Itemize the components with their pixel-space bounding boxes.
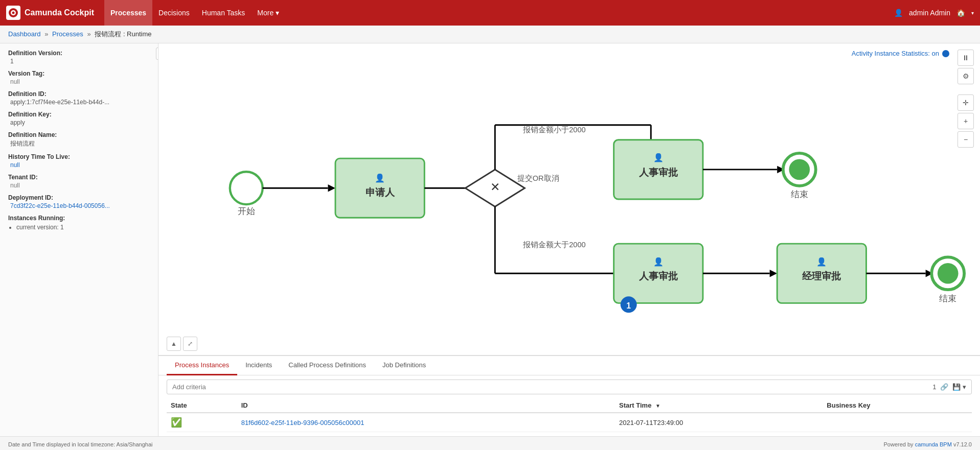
- table-header: State ID Start Time ▼ Business Key: [167, 398, 972, 413]
- instances-list-item: current version: 1: [16, 224, 150, 231]
- def-key-value: apply: [8, 119, 150, 126]
- row-state: ✅: [167, 413, 237, 432]
- svg-text:👤: 👤: [816, 257, 827, 267]
- sep1: »: [44, 30, 48, 38]
- activity-stats-bar: Activity Instance Statistics: on: [852, 50, 949, 57]
- svg-text:👤: 👤: [653, 153, 664, 162]
- user-icon: 👤: [894, 9, 903, 17]
- nav-more[interactable]: More ▾: [251, 0, 285, 26]
- breadcrumb-dashboard[interactable]: Dashboard: [8, 30, 41, 38]
- def-name-label: Definition Name:: [8, 131, 150, 138]
- deployment-id-value[interactable]: 7cd3f22c-e25e-11eb-b44d-005056...: [8, 202, 141, 209]
- instances-list: current version: 1: [8, 224, 150, 231]
- svg-text:1: 1: [626, 301, 631, 310]
- zoom-in-button[interactable]: +: [958, 113, 974, 129]
- sidebar: ◀ Definition Version: 1 Version Tag: nul…: [0, 43, 158, 436]
- sort-icon: ▼: [655, 403, 660, 409]
- settings-button[interactable]: ⚙: [958, 68, 974, 84]
- diagram-area: Activity Instance Statistics: on ⏸ ⚙ ✛ +…: [158, 43, 980, 356]
- tab-called-process-definitions[interactable]: Called Process Definitions: [280, 356, 374, 375]
- brand-icon: [6, 6, 20, 20]
- svg-text:结束: 结束: [791, 189, 808, 199]
- history-time-value[interactable]: null: [8, 161, 150, 169]
- search-input[interactable]: [172, 383, 932, 391]
- svg-marker-6: [328, 184, 335, 192]
- footer-camunda-link[interactable]: camunda BPM: [915, 441, 952, 447]
- instances-running-label: Instances Running:: [8, 215, 150, 222]
- def-name-value: 报销流程: [8, 139, 150, 148]
- stats-circle-icon: [942, 50, 949, 57]
- breadcrumb-current: 报销流程 : Runtime: [95, 30, 151, 38]
- download-icon[interactable]: 💾 ▾: [952, 383, 966, 391]
- footer-version: v7.12.0: [953, 441, 972, 447]
- content-area: Activity Instance Statistics: on ⏸ ⚙ ✛ +…: [158, 43, 980, 436]
- sidebar-version-tag: Version Tag: null: [8, 70, 150, 85]
- svg-point-3: [230, 172, 263, 204]
- zoom-out-button[interactable]: −: [958, 131, 974, 148]
- search-count: 1: [932, 383, 936, 391]
- diagram-controls-right: ⏸ ⚙ ✛ + −: [958, 50, 974, 148]
- sep2: »: [87, 30, 90, 38]
- table-row: ✅ 81f6d602-e25f-11eb-9396-005056c00001 2…: [167, 413, 972, 432]
- navbar-right: 👤 admin Admin 🏠 ▾: [894, 9, 974, 17]
- fit-expand-button[interactable]: ⤢: [183, 337, 197, 351]
- tenant-id-label: Tenant ID:: [8, 174, 150, 181]
- svg-text:✕: ✕: [490, 180, 500, 194]
- navbar-left: Camunda Cockpit Processes Decisions Huma…: [6, 0, 285, 26]
- row-id: 81f6d602-e25f-11eb-9396-005056c00001: [237, 413, 615, 432]
- username: admin Admin: [909, 9, 950, 17]
- col-id: ID: [237, 398, 615, 413]
- def-key-label: Definition Key:: [8, 111, 150, 118]
- svg-text:报销金额大于2000: 报销金额大于2000: [522, 241, 585, 249]
- tab-process-instances[interactable]: Process Instances: [167, 356, 237, 375]
- activity-stats-link[interactable]: Activity Instance Statistics: on: [852, 50, 939, 57]
- tab-job-definitions[interactable]: Job Definitions: [374, 356, 434, 375]
- svg-text:人事审批: 人事审批: [639, 270, 678, 281]
- sidebar-deployment-id: Deployment ID: 7cd3f22c-e25e-11eb-b44d-0…: [8, 194, 150, 209]
- brand[interactable]: Camunda Cockpit: [6, 6, 94, 20]
- sidebar-history-time: History Time To Live: null: [8, 153, 150, 169]
- tabs-header: Process Instances Incidents Called Proce…: [158, 356, 980, 375]
- diagram-bottom-controls: ▲ ⤢: [167, 337, 197, 351]
- nav-decisions[interactable]: Decisions: [152, 0, 196, 26]
- nav-processes[interactable]: Processes: [104, 0, 152, 26]
- dropdown-icon: ▾: [971, 10, 974, 16]
- pause-button[interactable]: ⏸: [958, 50, 974, 66]
- def-version-label: Definition Version:: [8, 50, 150, 57]
- status-check-icon: ✅: [171, 417, 182, 428]
- svg-text:报销金额小于2000: 报销金额小于2000: [522, 126, 585, 134]
- version-tag-value: null: [8, 78, 150, 85]
- table-body: ✅ 81f6d602-e25f-11eb-9396-005056c00001 2…: [167, 413, 972, 432]
- main-layout: ◀ Definition Version: 1 Version Tag: nul…: [0, 43, 980, 436]
- svg-text:开始: 开始: [238, 206, 255, 216]
- svg-marker-38: [770, 270, 778, 277]
- deployment-id-label: Deployment ID:: [8, 194, 150, 201]
- svg-text:经理审批: 经理审批: [802, 270, 841, 281]
- def-version-value: 1: [8, 58, 150, 65]
- breadcrumb: Dashboard » Processes » 报销流程 : Runtime: [0, 26, 980, 43]
- sidebar-definition-name: Definition Name: 报销流程: [8, 131, 150, 148]
- row-start-time: 2021-07-11T23:49:00: [615, 413, 823, 432]
- col-start-time[interactable]: Start Time ▼: [615, 398, 823, 413]
- history-time-label: History Time To Live:: [8, 153, 150, 160]
- sidebar-definition-key: Definition Key: apply: [8, 111, 150, 126]
- svg-text:提交OR取消: 提交OR取消: [517, 174, 559, 182]
- svg-point-2: [12, 12, 15, 14]
- instance-id-link[interactable]: 81f6d602-e25f-11eb-9396-005056c00001: [241, 419, 364, 427]
- link-icon[interactable]: 🔗: [940, 383, 948, 391]
- nav-human-tasks[interactable]: Human Tasks: [196, 0, 252, 26]
- search-right: 1 🔗 💾 ▾: [932, 383, 966, 391]
- bpmn-diagram: 开始 👤 申请人 ✕ 报销金额小于2000: [158, 43, 980, 355]
- sidebar-tenant-id: Tenant ID: null: [8, 174, 150, 189]
- svg-text:👤: 👤: [375, 173, 385, 183]
- move-button[interactable]: ✛: [958, 94, 974, 111]
- tenant-id-value: null: [8, 182, 150, 189]
- table-area: 1 🔗 💾 ▾ State ID Start Time ▼: [158, 380, 980, 436]
- breadcrumb-processes[interactable]: Processes: [52, 30, 83, 38]
- svg-text:人事审批: 人事审批: [639, 167, 678, 178]
- col-business-key: Business Key: [823, 398, 972, 413]
- tab-incidents[interactable]: Incidents: [237, 356, 280, 375]
- fit-up-button[interactable]: ▲: [167, 337, 181, 351]
- tabs-area: Process Instances Incidents Called Proce…: [158, 356, 980, 436]
- home-icon[interactable]: 🏠: [956, 9, 965, 17]
